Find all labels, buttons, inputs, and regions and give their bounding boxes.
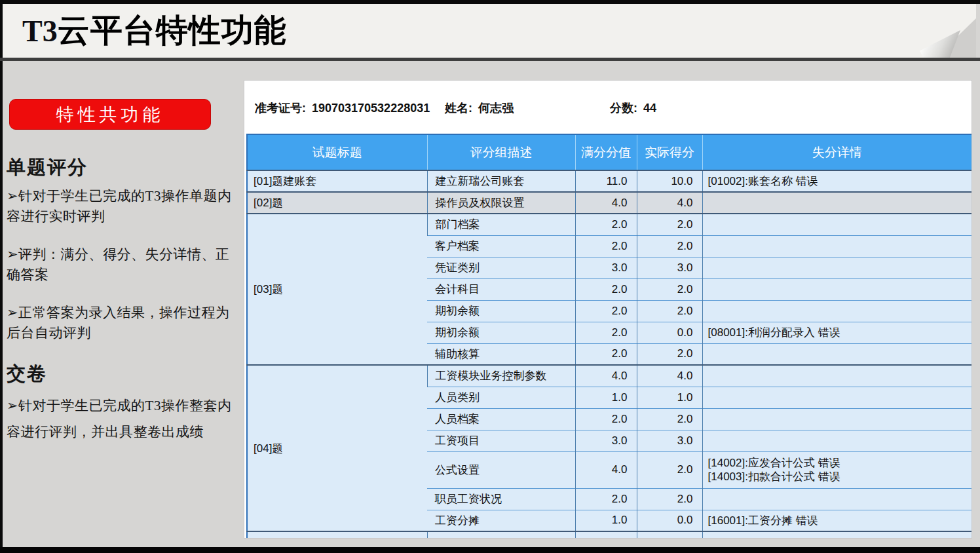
- sidebar-notes: 单题评分 ➢针对于学生已完成的T3操作单题内容进行实时评判 ➢评判：满分、得分、…: [7, 155, 238, 445]
- loss-detail-cell: [08001]:利润分配录入 错误: [702, 322, 972, 343]
- score-label: 分数:: [610, 102, 637, 115]
- full-score-cell: 4.0: [575, 365, 637, 387]
- full-score-cell: 2.0: [575, 300, 637, 322]
- table-row: [02]题操作员及权限设置4.04.0: [247, 192, 972, 214]
- score-group-cell: 工资分摊: [427, 510, 575, 531]
- slide-bottom-border: [0, 547, 980, 553]
- actual-score-cell: 1.0: [637, 387, 702, 408]
- full-score-cell: 3.0: [575, 257, 637, 278]
- full-score-cell: 2.0: [575, 278, 637, 300]
- note-auto-judge: ➢正常答案为录入结果，操作过程为后台自动评判: [7, 303, 238, 343]
- column-header-question-title: 试题标题: [247, 134, 427, 170]
- loss-detail-cell: [702, 235, 972, 257]
- loss-detail-cell: [01002]:账套名称 错误: [702, 170, 972, 192]
- admission-number-label: 准考证号:: [255, 102, 306, 115]
- actual-score-cell: 3.0: [637, 257, 702, 278]
- question-title-cell: [03]题: [247, 214, 427, 365]
- full-score-cell: 4.0: [575, 451, 637, 488]
- note-judge-items: ➢评判：满分、得分、失分详情、正确答案: [7, 244, 238, 285]
- score-group-cell: 部门档案: [427, 214, 575, 235]
- actual-score-cell: 2.0: [637, 300, 702, 322]
- full-score-cell: 2.0: [575, 408, 637, 430]
- actual-score-cell: 2.0: [637, 235, 702, 257]
- full-score-cell: 2.0: [575, 214, 637, 235]
- actual-score-cell: 0.0: [637, 322, 702, 343]
- score-table-body: [01]题建账套建立新瑞公司账套11.010.0[01002]:账套名称 错误[…: [247, 170, 972, 539]
- name-value: 何志强: [478, 102, 514, 115]
- section-heading-submit: 交卷: [7, 361, 238, 387]
- table-row: [03]题部门档案2.02.0: [247, 214, 972, 235]
- column-header-actual-score: 实际得分: [637, 134, 702, 170]
- actual-score-cell: 2.0: [637, 214, 702, 235]
- table-header-row: 试题标题 评分组描述 满分分值 实际得分 失分详情: [247, 134, 972, 170]
- loss-detail-cell: [702, 387, 972, 408]
- page-title-prefix: T3: [22, 14, 58, 48]
- slide-left-border: [0, 0, 3, 553]
- loss-detail-cell: [702, 365, 972, 387]
- question-title-cell: [04]题: [247, 365, 427, 531]
- loss-detail-cell: [702, 488, 972, 510]
- name-label: 姓名:: [445, 102, 472, 115]
- clipped-row: [247, 531, 972, 539]
- actual-score-cell: 2.0: [637, 343, 702, 365]
- note-realtime-judge: ➢针对于学生已完成的T3操作单题内容进行实时评判: [7, 186, 238, 227]
- actual-score-cell: 2.0: [637, 488, 702, 510]
- empty-cell: [247, 531, 427, 539]
- column-header-score-group: 评分组描述: [427, 134, 575, 170]
- score-group-cell: 人员档案: [427, 408, 575, 430]
- actual-score-cell: 4.0: [637, 365, 702, 387]
- loss-detail-cell: [14002]:应发合计公式 错误 [14003]:扣款合计公式 错误: [702, 451, 972, 488]
- column-header-loss-detail: 失分详情: [702, 134, 972, 170]
- loss-detail-cell: [702, 300, 972, 322]
- score-group-cell: 客户档案: [427, 235, 575, 257]
- score-group-cell: 职员工资状况: [427, 488, 575, 510]
- title-divider: [0, 58, 980, 61]
- score-group-cell: 建立新瑞公司账套: [427, 170, 575, 192]
- admission-number-value: 190703170532228031: [312, 102, 430, 115]
- empty-cell: [575, 531, 637, 539]
- loss-detail-cell: [702, 257, 972, 278]
- full-score-cell: 2.0: [575, 322, 637, 343]
- actual-score-cell: 2.0: [637, 278, 702, 300]
- score-group-cell: 公式设置: [427, 451, 575, 488]
- note-whole-paper: ➢针对于学生已完成的T3操作整套内容进行评判，并出具整卷出成绩: [7, 392, 238, 445]
- score-group-cell: 工资项目: [427, 430, 575, 451]
- score-group-cell: 会计科目: [427, 278, 575, 300]
- score-group-cell: 工资模块业务控制参数: [427, 365, 575, 387]
- full-score-cell: 1.0: [575, 510, 637, 531]
- column-header-full-score: 满分分值: [575, 134, 637, 170]
- question-title-cell: [02]题: [247, 192, 427, 214]
- loss-detail-cell: [702, 278, 972, 300]
- feature-common-button[interactable]: 特性共功能: [9, 99, 211, 130]
- actual-score-cell: 4.0: [637, 192, 702, 214]
- full-score-cell: 1.0: [575, 387, 637, 408]
- question-title-cell: [01]题建账套: [247, 170, 427, 192]
- score-group-cell: 期初余额: [427, 300, 575, 322]
- score-table: 试题标题 评分组描述 满分分值 实际得分 失分详情 [01]题建账套建立新瑞公司…: [246, 134, 972, 539]
- actual-score-cell: 2.0: [637, 451, 702, 488]
- slide-title-bar: T3 云平台特性功能: [3, 4, 976, 58]
- page-title: 云平台特性功能: [58, 9, 287, 52]
- full-score-cell: 2.0: [575, 488, 637, 510]
- loss-detail-cell: [702, 430, 972, 451]
- empty-cell: [702, 531, 972, 539]
- score-group-cell: 辅助核算: [427, 343, 575, 365]
- loss-detail-cell: [702, 214, 972, 235]
- full-score-cell: 3.0: [575, 430, 637, 451]
- score-field: 分数:44: [610, 100, 656, 116]
- loss-detail-cell: [702, 192, 972, 214]
- section-heading-single-scoring: 单题评分: [7, 155, 238, 181]
- empty-cell: [427, 531, 575, 539]
- loss-detail-cell: [702, 343, 972, 365]
- full-score-cell: 2.0: [575, 343, 637, 365]
- full-score-cell: 11.0: [575, 170, 637, 192]
- name-field: 姓名:何志强: [445, 100, 514, 116]
- score-report-panel: 准考证号:190703170532228031 姓名:何志强 分数:44 试题标…: [244, 80, 972, 539]
- score-group-cell: 人员类别: [427, 387, 575, 408]
- loss-detail-cell: [16001]:工资分摊 错误: [702, 510, 972, 531]
- full-score-cell: 4.0: [575, 192, 637, 214]
- candidate-info-row: 准考证号:190703170532228031 姓名:何志强 分数:44: [244, 81, 971, 133]
- admission-number-field: 准考证号:190703170532228031: [255, 100, 430, 116]
- score-group-cell: 期初余额: [427, 322, 575, 343]
- loss-detail-cell: [702, 408, 972, 430]
